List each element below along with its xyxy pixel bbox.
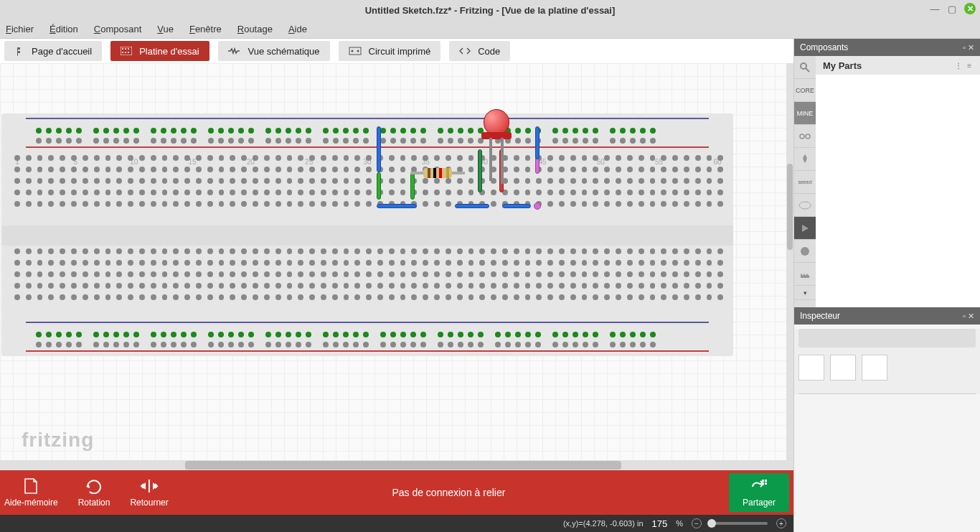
- window-title: Untitled Sketch.fzz* - Fritzing - [Vue d…: [365, 5, 616, 16]
- fritzing-icon: [14, 46, 24, 56]
- led-red[interactable]: [484, 109, 509, 139]
- bin-tab-contrib[interactable]: [794, 240, 816, 263]
- aide-memoire-button[interactable]: Aide-mémoire: [4, 477, 58, 508]
- wire-blue-1[interactable]: [377, 126, 381, 172]
- inspector-panel-controls[interactable]: ▫ ✕: [963, 312, 974, 321]
- minimize-button[interactable]: —: [930, 4, 940, 14]
- menu-window[interactable]: Fenêtre: [189, 24, 222, 34]
- play-icon: [801, 224, 809, 233]
- routing-status-message: Pas de connexion à relier: [169, 487, 729, 498]
- flame-icon: [800, 154, 810, 165]
- components-panel-controls[interactable]: ▫ ✕: [963, 43, 974, 52]
- svg-point-4: [122, 52, 123, 53]
- menu-file[interactable]: Fichier: [6, 24, 34, 34]
- svg-point-13: [801, 247, 809, 256]
- svg-rect-7: [349, 47, 361, 55]
- partager-button[interactable]: Partager: [729, 473, 789, 512]
- bin-tab-scroll-down[interactable]: ▾: [794, 286, 816, 300]
- bin-tab-arduino[interactable]: [794, 125, 816, 148]
- wire-blue-5[interactable]: [535, 126, 540, 159]
- svg-line-11: [806, 68, 809, 72]
- menu-component[interactable]: Composant: [94, 24, 141, 34]
- inspector-panel-header[interactable]: Inspecteur ▫ ✕: [794, 307, 980, 325]
- tab-breadboard[interactable]: Platine d'essai: [110, 41, 209, 61]
- intel-icon: [798, 201, 811, 210]
- side-panel: Composants ▫ ✕ CORE MINE seeed: [793, 39, 980, 532]
- inspector-preview-pcb[interactable]: [862, 355, 887, 381]
- led-leg-cathode: [501, 138, 504, 184]
- window-controls: — ▢ ✕: [930, 3, 976, 14]
- inspector-name-field[interactable]: [798, 329, 976, 347]
- parts-bin-title: My Parts: [823, 60, 862, 71]
- status-bar: (x,y)=(4.278, -0.603) in 175 % − +: [0, 515, 793, 532]
- horizontal-scrollbar[interactable]: [0, 460, 793, 470]
- components-panel-header[interactable]: Composants ▫ ✕: [794, 39, 980, 56]
- tab-schematic[interactable]: Vue schématique: [218, 41, 330, 61]
- aide-memoire-label: Aide-mémoire: [4, 498, 58, 508]
- wire-blue-4[interactable]: [502, 204, 531, 208]
- components-panel-body: CORE MINE seeed ▾ M: [794, 56, 980, 307]
- tab-pcb[interactable]: Circuit imprimé: [339, 41, 441, 61]
- inspector-panel-title: Inspecteur: [800, 311, 840, 321]
- h-scrollbar-thumb[interactable]: [185, 461, 621, 470]
- share-icon: [750, 478, 768, 495]
- menu-routing[interactable]: Routage: [237, 24, 273, 34]
- bin-tab-intel[interactable]: [794, 194, 816, 217]
- zoom-in-button[interactable]: +: [776, 518, 786, 528]
- rail-line-blue-top: [26, 118, 709, 119]
- maximize-button[interactable]: ▢: [947, 4, 957, 14]
- bin-tab-core[interactable]: CORE: [794, 79, 816, 102]
- flip-icon: [140, 477, 159, 495]
- zoom-slider-knob[interactable]: [707, 519, 716, 528]
- coordinates-readout: (x,y)=(4.278, -0.603) in: [563, 519, 644, 528]
- inspector-preview-boxes: [794, 352, 980, 383]
- wire-green-3[interactable]: [478, 149, 482, 192]
- wire-green-1[interactable]: [377, 172, 381, 200]
- menu-help[interactable]: Aide: [288, 24, 307, 34]
- svg-rect-16: [762, 482, 764, 485]
- wire-endpoint-pink[interactable]: [534, 202, 541, 210]
- zoom-slider[interactable]: [710, 522, 768, 525]
- schematic-icon: [228, 47, 241, 55]
- bin-tab-temp[interactable]: [794, 263, 816, 286]
- svg-point-1: [122, 48, 123, 50]
- bin-tab-seeed[interactable]: seeed: [794, 171, 816, 194]
- tie-area-bottom: [11, 246, 723, 319]
- retourner-button[interactable]: Retourner: [130, 477, 168, 508]
- bin-tab-parallax[interactable]: [794, 148, 816, 171]
- svg-point-6: [128, 52, 129, 53]
- tab-home-label: Page d'accueil: [32, 46, 92, 57]
- menu-view[interactable]: Vue: [157, 24, 174, 34]
- center-gap: [1, 225, 733, 246]
- wire-green-2[interactable]: [410, 172, 415, 200]
- tab-home[interactable]: Page d'accueil: [4, 41, 102, 61]
- svg-rect-17: [765, 482, 767, 485]
- zoom-value[interactable]: 175: [652, 518, 668, 529]
- wire-blue-3[interactable]: [455, 204, 489, 208]
- bin-tab-search[interactable]: [794, 56, 816, 79]
- tab-schematic-label: Vue schématique: [248, 46, 320, 57]
- bin-tab-mine[interactable]: MINE: [794, 102, 816, 125]
- svg-point-3: [128, 48, 129, 50]
- rail-dots-neg-bot: [36, 337, 699, 352]
- tab-code[interactable]: Code: [449, 41, 510, 61]
- breadboard[interactable]: 151015202530354045505560: [1, 113, 733, 356]
- inspector-preview-breadboard[interactable]: [798, 355, 824, 381]
- breadboard-canvas[interactable]: 151015202530354045505560 fritzing: [0, 63, 793, 470]
- resistor[interactable]: [423, 168, 452, 178]
- inspector-preview-schematic[interactable]: [830, 355, 856, 381]
- rotation-button[interactable]: Rotation: [78, 477, 110, 508]
- svg-point-10: [801, 63, 806, 69]
- svg-rect-15: [765, 480, 767, 482]
- vertical-scrollbar[interactable]: [786, 63, 793, 460]
- v-scrollbar-thumb[interactable]: [787, 164, 793, 250]
- close-button[interactable]: ✕: [964, 3, 976, 14]
- arduino-icon: [798, 132, 812, 141]
- parts-bin-view-icons[interactable]: ⋮ ≡: [955, 62, 973, 70]
- bin-tab-play[interactable]: [794, 217, 816, 240]
- zoom-out-button[interactable]: −: [692, 518, 702, 528]
- menu-edit[interactable]: Édition: [50, 24, 78, 34]
- wire-blue-2[interactable]: [377, 204, 417, 208]
- bottom-toolbar: Aide-mémoire Rotation Retourner Pas de c…: [0, 470, 793, 515]
- title-bar: Untitled Sketch.fzz* - Fritzing - [Vue d…: [0, 0, 980, 20]
